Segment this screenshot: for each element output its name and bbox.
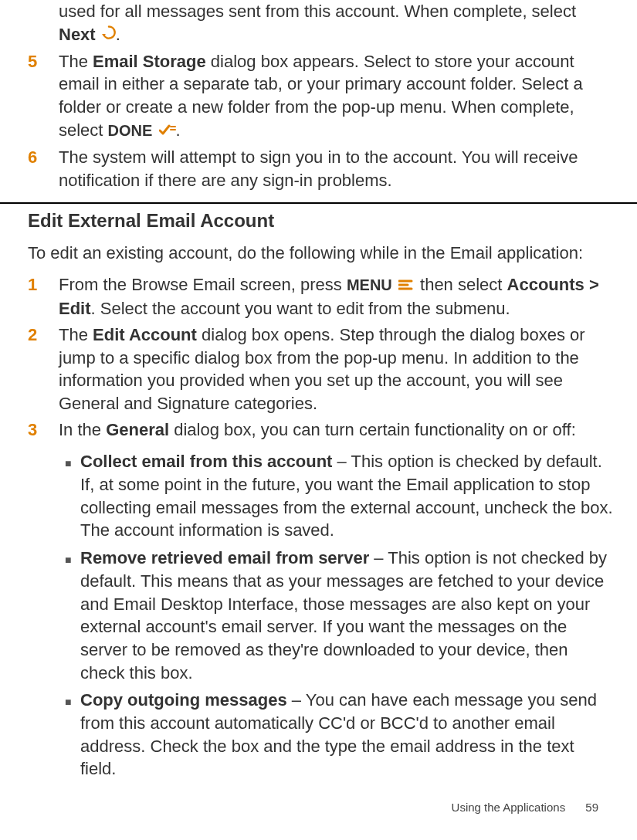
edit-step1-body: From the Browse Email screen, press MENU…	[59, 273, 614, 320]
s1-t3: . Select the account you want to edit fr…	[91, 299, 510, 318]
step6-body: The system will attempt to sign you in t…	[59, 146, 614, 191]
step4-body: used for all messages sent from this acc…	[59, 0, 614, 47]
edit-step3-number: 3	[28, 418, 59, 785]
option-remove-body: Remove retrieved email from server – Thi…	[80, 547, 614, 684]
section-divider	[0, 202, 637, 204]
step5-body: The Email Storage dialog box appears. Se…	[59, 50, 614, 143]
s1-t2: then select	[415, 275, 507, 294]
step-6: 6 The system will attempt to sign you in…	[28, 146, 614, 191]
step4-period: .	[116, 25, 120, 44]
page-number: 59	[585, 801, 598, 814]
edit-step1-number: 1	[28, 273, 59, 320]
section-heading: Edit External Email Account	[28, 208, 614, 233]
step5-number: 5	[28, 50, 59, 143]
collect-title: Collect email from this account	[80, 452, 332, 471]
edit-step3-body: In the General dialog box, you can turn …	[59, 418, 614, 785]
remove-text: – This option is not checked by default.…	[80, 548, 607, 682]
edit-step-3: 3 In the General dialog box, you can tur…	[28, 418, 614, 785]
option-collect-email: ■ Collect email from this account – This…	[59, 450, 614, 542]
menu-icon	[398, 273, 414, 296]
option-remove-retrieved: ■ Remove retrieved email from server – T…	[59, 547, 614, 684]
s2-t1: The	[59, 325, 93, 344]
bullet-icon: ■	[59, 689, 80, 781]
done-icon	[159, 119, 176, 142]
edit-step2-number: 2	[28, 323, 59, 415]
s3-t1: In the	[59, 420, 106, 439]
s1-t1: From the Browse Email screen, press	[59, 275, 347, 294]
continued-step-4: used for all messages sent from this acc…	[28, 0, 614, 47]
copy-title: Copy outgoing messages	[80, 690, 287, 710]
edit-step-2: 2 The Edit Account dialog box opens. Ste…	[28, 323, 614, 415]
bullet-icon: ■	[59, 547, 80, 684]
option-copy-outgoing: ■ Copy outgoing messages – You can have …	[59, 689, 614, 781]
email-storage-label: Email Storage	[93, 52, 206, 71]
remove-title: Remove retrieved email from server	[80, 548, 369, 567]
step6-number: 6	[28, 146, 59, 191]
step-5: 5 The Email Storage dialog box appears. …	[28, 50, 614, 143]
edit-step-1: 1 From the Browse Email screen, press ME…	[28, 273, 614, 320]
step4-text: used for all messages sent from this acc…	[59, 2, 576, 21]
general-options-list: ■ Collect email from this account – This…	[59, 450, 614, 781]
bullet-icon: ■	[59, 450, 80, 542]
option-copy-body: Copy outgoing messages – You can have ea…	[80, 689, 614, 781]
footer-label: Using the Applications	[452, 801, 566, 814]
section-intro: To edit an existing account, do the foll…	[28, 242, 614, 265]
next-label: Next	[59, 25, 96, 44]
next-icon	[102, 22, 116, 46]
page-footer: Using the Applications 59	[452, 800, 598, 815]
edit-account-label: Edit Account	[93, 325, 197, 344]
menu-label: MENU	[347, 276, 392, 293]
step5-t1: The	[59, 52, 93, 71]
option-collect-body: Collect email from this account – This o…	[80, 450, 614, 542]
done-label: DONE	[108, 122, 153, 139]
general-label: General	[106, 420, 169, 439]
s3-t2: dialog box, you can turn certain functio…	[169, 420, 576, 439]
step5-period: .	[176, 120, 181, 140]
step-number-blank	[28, 0, 59, 47]
edit-step2-body: The Edit Account dialog box opens. Step …	[59, 323, 614, 415]
